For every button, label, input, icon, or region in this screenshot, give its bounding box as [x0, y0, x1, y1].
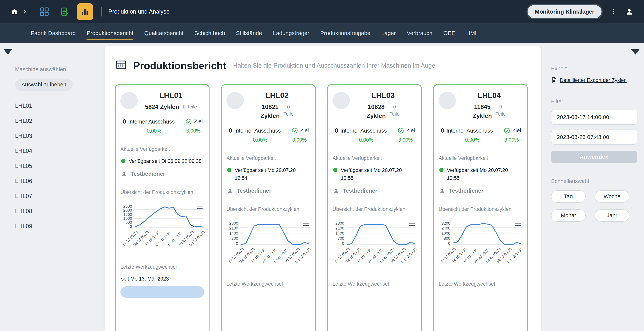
operator-name: Testbediener	[130, 171, 165, 177]
export-cycles-link[interactable]: Detaillierter Export der Zyklen	[551, 77, 637, 83]
divider	[438, 200, 522, 200]
y-tick-label: 1500	[120, 212, 132, 216]
filter-label: Filter	[551, 99, 637, 105]
chart-menu-icon[interactable]	[303, 220, 309, 227]
chart-menu-icon[interactable]	[197, 204, 203, 210]
y-tick-label: 800	[438, 236, 450, 240]
operator-icon	[333, 188, 339, 194]
check-circle-icon	[398, 127, 404, 134]
divider	[226, 149, 310, 149]
file-export-icon	[551, 77, 557, 83]
cycles-line-chart	[240, 221, 310, 245]
quick-select-buttons: TagWocheMonatJahr	[551, 190, 637, 222]
machine-item-lhl09[interactable]: LHL09	[15, 219, 97, 234]
tab-hmi[interactable]: HMI	[466, 30, 476, 36]
target-percent: 3,00%	[394, 137, 416, 143]
divider	[120, 183, 204, 183]
check-circle-icon	[504, 127, 510, 134]
quick-select-label: Schnellauswahl	[551, 178, 637, 184]
tab-ladungstr-ger[interactable]: Ladungsträger	[273, 30, 309, 36]
machine-item-lhl01[interactable]: LHL01	[15, 98, 97, 113]
quick-button-jahr[interactable]: Jahr	[595, 209, 629, 222]
dashboard-grid-icon[interactable]	[36, 4, 53, 20]
machine-name: LHL03	[350, 91, 416, 100]
divider	[120, 258, 204, 258]
internal-scrap: 0 Interner Ausschuss	[229, 127, 280, 134]
tab-produktionsfreigabe[interactable]: Produktionsfreigabe	[320, 30, 370, 36]
chart-y-axis: 25002000150010005000	[120, 204, 134, 228]
machine-avatar	[120, 92, 138, 109]
status-dot-green	[439, 168, 444, 172]
chart-x-axis: Fr 17.03.23Sa 18.03.23So 19.03.23Mo 20.0…	[134, 228, 204, 252]
tab-verbrauch[interactable]: Verbrauch	[407, 30, 432, 36]
operator-icon	[121, 171, 127, 177]
y-tick-label: 1400	[332, 231, 344, 235]
y-tick-label: 2100	[332, 226, 344, 230]
machine-item-lhl07[interactable]: LHL07	[15, 189, 97, 204]
tab-produktionsbericht[interactable]: Produktionsbericht	[86, 30, 133, 36]
apply-filter-button[interactable]: Anwenden	[551, 151, 637, 163]
analytics-chart-icon[interactable]	[77, 4, 93, 20]
date-from-input[interactable]	[551, 110, 637, 125]
chart-menu-icon[interactable]	[515, 220, 521, 227]
tab-oee[interactable]: OEE	[443, 30, 455, 36]
y-tick-label: 2000	[120, 208, 132, 212]
toolchange-button[interactable]	[120, 286, 204, 298]
machine-item-lhl04[interactable]: LHL04	[15, 143, 97, 159]
card-header: LHL01 5824 Zyklen 0 Teile	[120, 90, 204, 111]
quick-button-woche[interactable]: Woche	[595, 190, 629, 203]
user-account-icon[interactable]	[625, 8, 634, 16]
operator-name: Testbediener	[449, 188, 484, 194]
tab-lager[interactable]: Lager	[382, 30, 396, 36]
operator-row: Testbediener	[438, 188, 522, 194]
machine-list: LHL01LHL02LHL03LHL04LHL05LHL06LHL07LHL08…	[15, 98, 97, 234]
y-tick-label: 2800	[226, 221, 238, 225]
topbar: Produktion und Analyse Monitoring Klimal…	[0, 0, 644, 23]
divider	[226, 275, 310, 275]
machine-item-lhl08[interactable]: LHL08	[15, 204, 97, 219]
tab-fabrik-dashboard[interactable]: Fabrik Dashboard	[31, 30, 76, 36]
availability-label: Aktuelle Verfügbarkeit	[438, 155, 522, 161]
report-chart-icon	[115, 59, 127, 72]
y-tick-label: 2100	[226, 226, 238, 230]
machine-item-lhl05[interactable]: LHL05	[15, 159, 97, 174]
availability-label: Aktuelle Verfügbarkeit	[332, 155, 416, 161]
y-tick-label: 1400	[226, 231, 238, 235]
y-tick-label: 0	[226, 241, 238, 245]
machine-item-lhl06[interactable]: LHL06	[15, 174, 97, 189]
tab-qualit-tsbericht[interactable]: Qualitätsbericht	[144, 30, 184, 36]
cycles-chart: 2800210014007000 Fr 17.03.23Sa 18.03.23S…	[332, 221, 416, 269]
available-since: Verfügbar seit Mo 20.07.20 12:55	[341, 166, 402, 182]
operator-row: Testbediener	[226, 188, 310, 194]
toolchange-label: Letzte Werkzeugwechsel	[120, 264, 204, 270]
date-to-input[interactable]	[551, 130, 637, 145]
content-area: Maschine auswählen Auswahl aufheben LHL0…	[0, 43, 644, 331]
machine-item-lhl02[interactable]: LHL02	[15, 113, 97, 128]
operator-name: Testbediener	[236, 188, 272, 194]
available-since: Verfügbar seit Mo 20.07.20 12:55	[447, 166, 508, 182]
tab-schichtbuch[interactable]: Schichtbuch	[194, 30, 225, 36]
y-tick-label: 700	[226, 236, 238, 240]
target-percent: 3,00%	[288, 137, 310, 143]
chart-menu-icon[interactable]	[409, 220, 415, 227]
nav-tabs: Fabrik DashboardProduktionsberichtQualit…	[0, 23, 644, 43]
monitoring-klimalager-button[interactable]: Monitoring Klimalager	[528, 5, 602, 18]
cycles-chart-label: Übersicht der Produktionszyklen	[226, 206, 310, 212]
operator-name: Testbediener	[343, 188, 378, 194]
report-checklist-icon[interactable]	[56, 4, 73, 20]
y-tick-label: 2500	[120, 204, 132, 208]
scrap-percent: 0,00%	[438, 137, 501, 143]
y-tick-label: 700	[332, 236, 344, 240]
internal-scrap: 0 Interner Ausschuss	[335, 127, 387, 134]
home-icon[interactable]	[10, 8, 18, 16]
scrap-percent: 0,00%	[226, 137, 288, 143]
clear-selection-button[interactable]: Auswahl aufheben	[15, 79, 73, 91]
quick-button-tag[interactable]: Tag	[551, 190, 586, 203]
kebab-menu-icon[interactable]	[610, 8, 617, 15]
tab-stillst-nde[interactable]: Stillstände	[236, 30, 262, 36]
y-tick-label: 2800	[332, 221, 344, 225]
quick-button-monat[interactable]: Monat	[551, 209, 586, 222]
target-percent: 3,00%	[182, 128, 204, 134]
cycles-chart: 3200240016008000 Fr 17.03.23Sa 18.03.23S…	[438, 221, 522, 269]
machine-item-lhl03[interactable]: LHL03	[15, 128, 97, 143]
